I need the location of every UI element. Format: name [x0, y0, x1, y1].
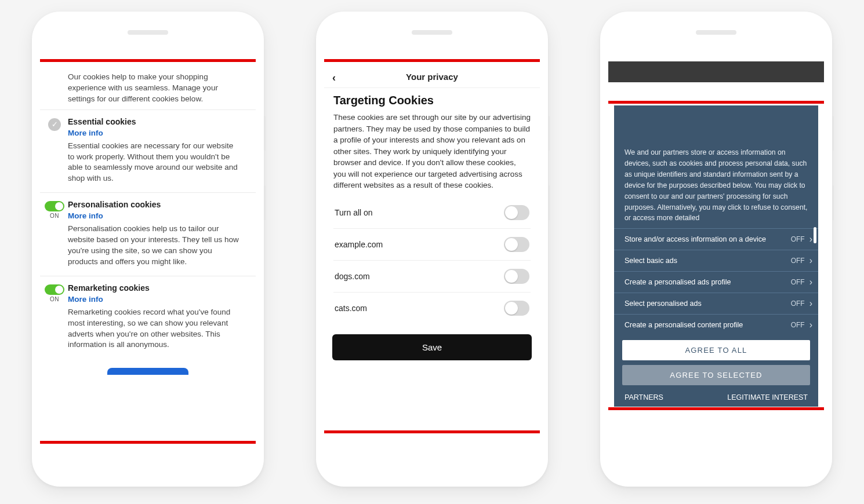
phone-mockup-3: We and our partners store or access info…: [600, 12, 832, 487]
toggle-on-icon[interactable]: [45, 201, 64, 211]
toggle-on-label: ON: [45, 213, 64, 219]
off-label: OFF: [791, 321, 805, 329]
intro-text: Our cookies help to make your shopping e…: [40, 61, 256, 110]
off-label: OFF: [791, 278, 805, 286]
phone-mockup-1: Our cookies help to make your shopping e…: [32, 12, 264, 487]
personalisation-cookies-section: ON Personalisation cookies More info Per…: [40, 193, 256, 276]
page-title: Targeting Cookies: [333, 94, 531, 107]
more-info-link[interactable]: More info: [68, 211, 103, 220]
save-button[interactable]: Save: [332, 334, 532, 360]
domain-row: example.com: [333, 229, 531, 261]
section-desc: Personalisation cookies help us to tailo…: [68, 224, 241, 268]
off-label: OFF: [791, 300, 805, 308]
row-label: Turn all on: [335, 208, 373, 217]
screen-2: ‹ Your privacy Targeting Cookies These c…: [324, 20, 540, 479]
toggle-switch[interactable]: [504, 301, 529, 316]
check-icon: ✓: [48, 118, 61, 131]
partners-link[interactable]: PARTNERS: [625, 393, 663, 401]
privacy-header: ‹ Your privacy: [324, 61, 540, 88]
row-label: cats.com: [335, 304, 367, 313]
agree-selected-button[interactable]: AGREE TO SELECTED: [622, 365, 810, 385]
toggle-switch[interactable]: [504, 237, 529, 252]
primary-button-partial[interactable]: [107, 368, 188, 375]
more-info-link[interactable]: More info: [68, 295, 103, 304]
legitimate-interest-link[interactable]: LEGITIMATE INTEREST: [727, 393, 808, 401]
chevron-right-icon: ›: [809, 298, 812, 309]
consent-panel: We and our partners store or access info…: [614, 105, 818, 407]
chevron-right-icon: ›: [809, 277, 812, 287]
screen-1: Our cookies help to make your shopping e…: [40, 20, 256, 479]
purpose-row[interactable]: Create a personalised content profile OF…: [614, 314, 818, 335]
section-title: Essential cookies: [68, 117, 241, 126]
toggle-on-icon[interactable]: [45, 284, 64, 295]
section-desc: Essential cookies are necessary for our …: [68, 141, 241, 185]
page-description: These cookies are set through our site b…: [333, 112, 531, 191]
section-title: Personalisation cookies: [68, 200, 241, 209]
domain-row: dogs.com: [333, 261, 531, 293]
consent-intro: We and our partners store or access info…: [614, 105, 818, 228]
scrollbar-thumb[interactable]: [814, 227, 816, 243]
phone-mockup-2: ‹ Your privacy Targeting Cookies These c…: [316, 12, 548, 487]
chevron-right-icon: ›: [809, 255, 812, 266]
header-title: Your privacy: [406, 72, 458, 82]
screen-3: We and our partners store or access info…: [608, 20, 824, 479]
off-label: OFF: [791, 235, 805, 243]
toggle-switch[interactable]: [504, 205, 529, 220]
chevron-right-icon: ›: [809, 320, 812, 330]
row-label: dogs.com: [335, 272, 370, 281]
section-desc: Remarketing cookies record what you've f…: [68, 307, 241, 351]
row-label: Select personalised ads: [625, 300, 702, 308]
row-label: Create a personalised content profile: [625, 321, 743, 329]
row-label: Create a personalised ads profile: [625, 278, 731, 286]
back-chevron-icon[interactable]: ‹: [332, 72, 336, 84]
toggle-on-label: ON: [45, 296, 64, 302]
agree-all-button[interactable]: AGREE TO ALL: [622, 340, 810, 360]
off-label: OFF: [791, 257, 805, 265]
more-info-link[interactable]: More info: [68, 129, 103, 137]
dark-topbar: [608, 61, 824, 82]
chevron-right-icon: ›: [809, 234, 812, 244]
purpose-row[interactable]: Store and/or access information on a dev…: [614, 228, 818, 250]
row-label: example.com: [335, 240, 383, 249]
domain-row: cats.com: [333, 293, 531, 324]
section-title: Remarketing cookies: [68, 283, 241, 293]
remarketing-cookies-section: ON Remarketing cookies More info Remarke…: [40, 276, 256, 359]
purpose-row[interactable]: Select personalised ads OFF ›: [614, 293, 818, 314]
turn-all-on-row: Turn all on: [333, 197, 531, 229]
essential-cookies-section: ✓ Essential cookies More info Essential …: [40, 110, 256, 193]
purpose-row[interactable]: Select basic ads OFF ›: [614, 250, 818, 271]
row-label: Select basic ads: [625, 257, 677, 265]
toggle-switch[interactable]: [504, 269, 529, 284]
row-label: Store and/or access information on a dev…: [625, 235, 766, 243]
purpose-row[interactable]: Create a personalised ads profile OFF ›: [614, 271, 818, 293]
